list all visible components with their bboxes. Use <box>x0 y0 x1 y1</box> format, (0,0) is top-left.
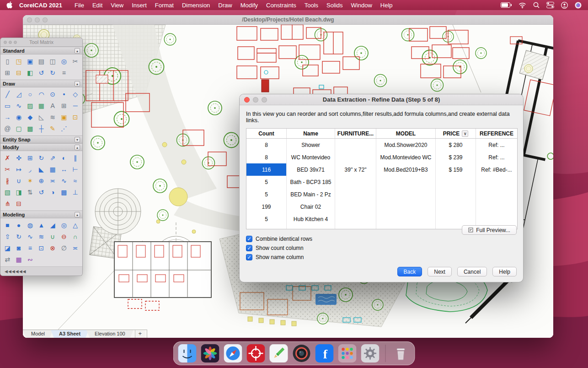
cell-furniture[interactable] <box>335 139 376 151</box>
cell-price[interactable] <box>436 200 476 213</box>
imprint-icon[interactable]: ⊡ <box>36 243 47 253</box>
menu-item-dimension[interactable]: Dimension <box>178 2 214 9</box>
table-row[interactable]: 199 Chair 02 <box>246 200 517 213</box>
cell-furniture[interactable] <box>335 176 376 188</box>
cell-model[interactable]: Mod.Bed2019+B3 <box>376 163 436 176</box>
cell-name[interactable]: Sink Bath - Mod... <box>287 225 335 229</box>
dialog-titlebar[interactable]: Data Extraction - Refine Data (Step 5 of… <box>240 94 523 105</box>
add-sheet-button[interactable]: + <box>135 330 145 338</box>
minimize-button[interactable] <box>35 17 40 22</box>
zoom-button[interactable] <box>43 17 48 22</box>
donut-icon[interactable]: ◉ <box>14 112 24 122</box>
cell-model[interactable] <box>376 200 436 213</box>
cylinder-icon[interactable]: ◍ <box>25 220 35 230</box>
cell-count[interactable]: 8 <box>246 151 287 163</box>
format-paint-icon[interactable]: ◧ <box>25 68 35 78</box>
collapse-toggle-icon[interactable]: ▲ <box>75 81 80 87</box>
cell-furniture[interactable] <box>335 225 376 229</box>
dialog-zoom-button[interactable] <box>262 97 267 103</box>
flatten-icon[interactable]: ⊥ <box>70 187 80 197</box>
align-icon[interactable]: ≍ <box>48 176 58 186</box>
section-header-entity-snap[interactable]: Entity Snap ▼ <box>0 135 82 143</box>
cell-model[interactable]: Mod.Montevideo WC <box>376 151 436 163</box>
user-icon[interactable] <box>561 2 568 9</box>
circle-icon[interactable]: ○ <box>25 89 35 99</box>
mesh-icon[interactable]: ▦ <box>14 254 24 265</box>
menu-item-format[interactable]: Format <box>151 2 178 9</box>
scale-icon[interactable]: ⇗ <box>48 153 58 163</box>
cell-reference[interactable]: Ref: ... <box>476 139 517 151</box>
offset-icon[interactable]: ∥ <box>70 153 80 163</box>
battery-icon[interactable] <box>501 2 512 8</box>
column-header-reference[interactable]: REFERENCE <box>476 129 517 138</box>
properties-painter-icon[interactable]: ◨ <box>14 187 24 197</box>
cancel-button[interactable]: Cancel <box>457 267 487 276</box>
edit-polyline-icon[interactable]: ∿ <box>59 176 69 186</box>
lengthen-icon[interactable]: ⊢ <box>70 164 80 174</box>
text-icon[interactable]: A <box>48 101 58 111</box>
table-row[interactable]: 8 Shower Mod.Shower2020 $ 280 Ref: ... <box>246 139 517 151</box>
collapse-toggle-icon[interactable]: ▼ <box>75 137 80 142</box>
edit-hatch-icon[interactable]: ▧ <box>2 187 13 197</box>
table-row-selected[interactable]: 116 BED 39x71 39" x 72" Mod.Bed2019+B3 $… <box>246 163 517 176</box>
paste-icon[interactable]: ⊟ <box>14 68 24 78</box>
cell-furniture[interactable] <box>335 188 376 200</box>
cell-count[interactable]: 5 <box>246 176 287 188</box>
delete-duplicates-icon[interactable]: ⊟ <box>14 199 24 209</box>
dialog-minimize-button[interactable] <box>253 97 258 103</box>
checkbox-checked-icon[interactable]: ✓ <box>246 236 252 242</box>
rotate-icon[interactable]: ↻ <box>36 153 47 163</box>
cell-count[interactable]: 1 <box>246 225 287 229</box>
convert-icon[interactable]: ⇄ <box>2 254 13 265</box>
menu-item-file[interactable]: File <box>70 2 88 9</box>
cell-reference[interactable]: Ref: #Bed-... <box>476 163 517 176</box>
section-header-modeling[interactable]: Modeling ▲ <box>0 211 82 218</box>
pencil-app-dock-icon[interactable] <box>270 344 288 363</box>
launchpad-dock-icon[interactable] <box>338 344 357 363</box>
spline-icon[interactable]: ∿ <box>14 101 24 111</box>
region-icon[interactable]: ▦ <box>36 101 47 111</box>
back-button[interactable]: Back <box>397 267 422 276</box>
erase-icon[interactable]: ✗ <box>2 153 13 163</box>
cell-price[interactable]: $ 239 <box>436 151 476 163</box>
table-row[interactable]: 8 WC Montevideo Mod.Montevideo WC $ 239 … <box>246 151 517 163</box>
cell-model[interactable] <box>376 213 436 225</box>
3d-polyline-icon[interactable]: ⋰ <box>59 124 69 134</box>
cell-name[interactable]: BED Main - 2 Pz <box>287 188 335 200</box>
edit-spline-icon[interactable]: ≈ <box>70 176 80 186</box>
sketch-icon[interactable]: ✎ <box>48 124 58 134</box>
collapse-toggle-icon[interactable]: ▲ <box>75 48 80 54</box>
next-button[interactable]: Next <box>428 267 452 276</box>
table-row[interactable]: 5 Bath - BCP3 185 <box>246 176 517 188</box>
siri-icon[interactable] <box>575 2 582 9</box>
cell-name[interactable]: Shower <box>287 139 335 151</box>
menu-item-help[interactable]: Help <box>376 2 397 9</box>
cell-count[interactable]: 5 <box>246 188 287 200</box>
column-header-name[interactable]: Name <box>287 129 335 138</box>
mirror-icon[interactable]: ◐ <box>59 153 69 163</box>
boundary-icon[interactable]: ▢ <box>14 124 24 134</box>
cell-name[interactable]: Chair 02 <box>287 200 335 213</box>
sweep-icon[interactable]: ∿ <box>25 232 35 242</box>
insert-block-icon[interactable]: ⊡ <box>70 112 80 122</box>
shell-icon[interactable]: ◙ <box>14 243 24 253</box>
sphere-icon[interactable]: ● <box>14 220 24 230</box>
cell-name[interactable]: Hub Kitchen 4 <box>287 213 335 225</box>
nurbs-icon[interactable]: ∾ <box>25 254 35 265</box>
cell-reference[interactable] <box>476 200 517 213</box>
corelcad-dock-icon[interactable] <box>247 344 265 363</box>
cell-count-selected[interactable]: 116 <box>246 163 287 176</box>
menu-item-constraints[interactable]: Constraints <box>262 2 300 9</box>
ellipse-icon[interactable]: ⊙ <box>48 89 58 99</box>
union-icon[interactable]: ∪ <box>48 232 58 242</box>
undo-icon[interactable]: ↺ <box>36 68 47 78</box>
properties-icon[interactable]: ≡ <box>59 68 69 78</box>
point-icon[interactable]: • <box>59 89 69 99</box>
array-icon[interactable]: ▦ <box>48 164 58 174</box>
cell-count[interactable]: 199 <box>246 200 287 213</box>
menu-item-window[interactable]: Window <box>347 2 376 9</box>
line-icon[interactable]: ╱ <box>2 89 13 99</box>
slice-icon[interactable]: ◪ <box>2 243 13 253</box>
app-menu-title[interactable]: CorelCAD 2021 <box>19 2 62 9</box>
section-icon[interactable]: ∅ <box>59 243 69 253</box>
